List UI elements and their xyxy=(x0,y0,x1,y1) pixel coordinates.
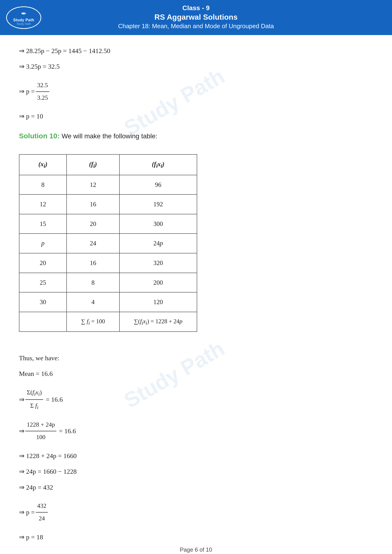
cell-fixi-6: 200 xyxy=(119,273,197,292)
cell-fixi-sum: ∑(fixi) = 1228 + 24p xyxy=(119,312,197,332)
table-summary-row: ∑ fi = 100 ∑(fixi) = 1228 + 24p xyxy=(19,312,197,332)
cell-fi-sum: ∑ fi = 100 xyxy=(67,312,119,332)
page-footer: Page 6 of 10 xyxy=(0,547,392,553)
top-math-line1: ⇒ 28.25p − 25p = 1445 − 1412.50 xyxy=(19,45,373,57)
table-row: 25 8 200 xyxy=(19,273,197,292)
page-header: ✒ Study Path Study Oath Class - 9 RS Agg… xyxy=(0,0,392,35)
step7-line: ⇒ p = 18 xyxy=(19,531,373,543)
table-row: 30 4 120 xyxy=(19,292,197,312)
cell-xi-7: 30 xyxy=(19,292,67,312)
step3-line: ⇒ 1228 + 24p = 1660 xyxy=(19,450,373,462)
cell-fixi-7: 120 xyxy=(119,292,197,312)
table-header-row: (xi) (fi) (fixi) xyxy=(19,154,197,175)
top-math-line2: ⇒ 3.25p = 32.5 xyxy=(19,61,373,72)
table-row: 15 20 300 xyxy=(19,214,197,234)
step4-line: ⇒ 24p = 1660 − 1228 xyxy=(19,466,373,478)
data-table: (xi) (fi) (fixi) 8 12 96 12 16 192 15 xyxy=(19,154,197,332)
col-header-fixi: (fixi) xyxy=(119,154,197,175)
table-row: 8 12 96 xyxy=(19,175,197,195)
step6-line: ⇒ p = 432 24 xyxy=(19,500,373,524)
main-content: Study Path ⇒ 28.25p − 25p = 1445 − 1412.… xyxy=(0,35,392,554)
fraction-sigma-fixi-fi: Σ(fixi) Σ fi xyxy=(25,387,43,412)
table-row: p 24 24p xyxy=(19,234,197,253)
step2-line: ⇒ 1228 + 24p 100 = 16.6 xyxy=(19,419,373,443)
solution10-intro: We will make the following table: xyxy=(62,132,157,140)
cell-fixi-1: 96 xyxy=(119,175,197,195)
solution10-label: Solution 10: We will make the following … xyxy=(19,130,373,142)
data-table-container: (xi) (fi) (fixi) 8 12 96 12 16 192 15 xyxy=(19,154,197,332)
cell-xi-sum xyxy=(19,312,67,332)
cell-fi-5: 16 xyxy=(67,253,119,273)
thus-line: Thus, we have: xyxy=(19,352,373,364)
fraction-1228-100: 1228 + 24p 100 xyxy=(25,419,56,443)
mean-line: Mean = 16.6 xyxy=(19,368,373,380)
cell-fixi-4: 24p xyxy=(119,234,197,253)
pen-icon: ✒ xyxy=(21,10,27,18)
top-math-line3: ⇒ p = 32.5 3.25 xyxy=(19,80,373,104)
logo-text: Study Path xyxy=(13,18,34,22)
cell-fixi-3: 300 xyxy=(119,214,197,234)
chapter-title: Chapter 18: Mean, Median and Mode of Ung… xyxy=(5,22,387,30)
cell-fi-7: 4 xyxy=(67,292,119,312)
step1-line: ⇒ Σ(fixi) Σ fi = 16.6 xyxy=(19,387,373,412)
cell-xi-6: 25 xyxy=(19,273,67,292)
cell-fi-1: 12 xyxy=(67,175,119,195)
book-title: RS Aggarwal Solutions xyxy=(5,13,387,21)
cell-xi-5: 20 xyxy=(19,253,67,273)
logo-subtext: Study Oath xyxy=(17,22,31,26)
cell-fi-6: 8 xyxy=(67,273,119,292)
logo-oval: ✒ Study Path Study Oath xyxy=(6,7,41,29)
fraction-432-24: 432 24 xyxy=(36,500,48,524)
cell-xi-4: p xyxy=(19,234,67,253)
cell-fixi-5: 320 xyxy=(119,253,197,273)
col-header-xi: (xi) xyxy=(19,154,67,175)
fraction-32.5-3.25: 32.5 3.25 xyxy=(36,80,49,104)
cell-fi-4: 24 xyxy=(67,234,119,253)
cell-xi-2: 12 xyxy=(19,194,67,214)
cell-fi-2: 16 xyxy=(67,194,119,214)
col-header-fi: (fi) xyxy=(67,154,119,175)
cell-xi-3: 15 xyxy=(19,214,67,234)
cell-fi-3: 20 xyxy=(67,214,119,234)
cell-xi-1: 8 xyxy=(19,175,67,195)
table-row: 20 16 320 xyxy=(19,253,197,273)
top-math-line4: ⇒ p = 10 xyxy=(19,110,373,122)
cell-fixi-2: 192 xyxy=(119,194,197,214)
table-row: 12 16 192 xyxy=(19,194,197,214)
class-title: Class - 9 xyxy=(5,4,387,12)
page-number: Page 6 of 10 xyxy=(180,547,212,553)
step5-line: ⇒ 24p = 432 xyxy=(19,482,373,493)
logo-container: ✒ Study Path Study Oath xyxy=(5,6,43,29)
